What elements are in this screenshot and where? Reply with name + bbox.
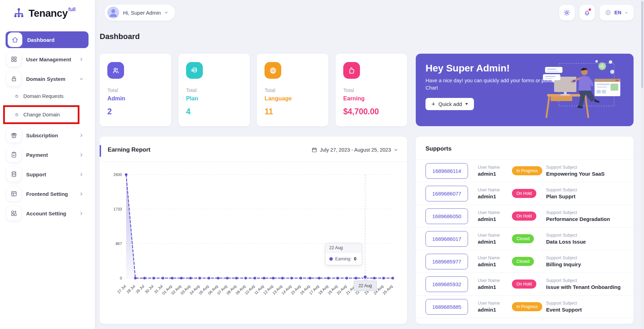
tooltip-date: 22 Aug (325, 243, 362, 253)
ticket-id-button[interactable]: 1689685932 (426, 276, 468, 292)
svg-text:01 Aug: 01 Aug (161, 284, 173, 296)
support-ticket-row: 1689686017 User Name admin1 Closed Suppo… (416, 228, 634, 250)
svg-text:03 Aug: 03 Aug (179, 284, 191, 296)
user-name-label: User Name (478, 188, 512, 192)
ticket-id-button[interactable]: 1689686114 (426, 163, 468, 179)
sidebar-item-dashboard[interactable]: Dashboard (6, 31, 89, 48)
user-name-label: User Name (478, 278, 512, 283)
subject-value: Plan Supprt (546, 193, 624, 199)
stat-total-label: Total (186, 87, 242, 93)
svg-text:15 Aug: 15 Aug (290, 284, 301, 296)
sidebar-item-payment[interactable]: Payment (6, 146, 89, 163)
stat-label: Language (264, 95, 321, 102)
language-selector[interactable]: EN (600, 5, 634, 20)
quick-add-button[interactable]: + Quick add (426, 98, 474, 110)
status-badge: Closed (512, 234, 534, 243)
hovered-axis-label: 22 Aug (354, 281, 377, 291)
sidebar-item-change-domain[interactable]: Change Domain (3, 105, 79, 124)
svg-text:12 Aug: 12 Aug (262, 284, 274, 296)
stat-card-language: TotalLanguage11 (257, 54, 328, 126)
topbar-actions: EN (559, 5, 634, 20)
svg-text:17 Aug: 17 Aug (308, 284, 320, 296)
caret-down-icon (465, 103, 468, 105)
support-ticket-row: 1689686077 User Name admin1 On Hold Supp… (416, 182, 634, 205)
thumbs-up-icon (343, 62, 360, 79)
scrollbar-thumb[interactable] (641, 1, 643, 88)
user-name-label: User Name (478, 210, 512, 215)
home-icon (8, 32, 22, 47)
plus-icon: + (431, 102, 435, 107)
notifications-button[interactable] (580, 5, 595, 20)
globe-stat-icon (264, 62, 281, 79)
user-menu[interactable]: Hi, Super Admin (105, 5, 175, 21)
stat-total-label: Total (264, 87, 321, 93)
ticket-id-button[interactable]: 1689685977 (426, 254, 468, 269)
svg-text:13 Aug: 13 Aug (271, 284, 283, 296)
dot-icon (15, 113, 19, 117)
date-range-picker[interactable]: July 27, 2023 - August 25, 2023 (312, 147, 398, 153)
sidebar-item-domain-requests[interactable]: Domain Requests (0, 89, 95, 104)
svg-text:09 Aug: 09 Aug (235, 284, 246, 296)
brand-name: Tenancy (29, 6, 68, 20)
ticket-id-button[interactable]: 1689686017 (426, 231, 468, 247)
sidebar-item-subscription[interactable]: Subscription (6, 127, 89, 144)
clipboard-icon (7, 147, 21, 162)
subject-label: Support Subject (546, 255, 624, 260)
chevron-right-icon (79, 57, 84, 62)
support-ticket-row: 1689686050 User Name admin1 On Hold Supp… (416, 205, 634, 228)
earning-chart[interactable]: 26001733867027 Jul28 Jul29 Jul30 Jul31 J… (100, 164, 407, 315)
user-name-label: User Name (478, 233, 512, 238)
ticket-id-button[interactable]: 1689686077 (426, 186, 468, 201)
tooltip-value: 0 (354, 256, 356, 261)
sidebar-item-domain-system[interactable]: Domain System (6, 70, 89, 87)
svg-text:06 Aug: 06 Aug (207, 284, 219, 296)
sidebar-item-user-management[interactable]: User Management (6, 51, 89, 68)
svg-text:05 Aug: 05 Aug (198, 284, 209, 296)
support-ticket-row: 1689685932 User Name admin1 On Hold Supp… (416, 273, 634, 296)
support-ticket-row: 1689685885 User Name admin1 In Progress … (416, 296, 634, 318)
sidebar-item-label: Change Domain (23, 112, 78, 117)
tooltip-series-label: Earning: (335, 257, 352, 261)
globe-icon (605, 9, 612, 16)
stat-total-label: Total (343, 87, 399, 93)
notification-dot (589, 8, 591, 11)
sidebar-item-label: Domain System (26, 76, 79, 82)
hero-illustration (542, 58, 629, 123)
dot-icon (15, 94, 19, 98)
chevron-down-icon (624, 10, 629, 15)
subject-label: Support Subject (546, 165, 624, 170)
supports-card: Supports 1689686114 User Name admin1 In … (416, 137, 634, 324)
subject-value: Data Loss Issue (546, 239, 624, 245)
svg-text:27 Jul: 27 Jul (116, 284, 127, 294)
svg-text:16 Aug: 16 Aug (299, 284, 310, 296)
brand[interactable]: Tenancy full (0, 0, 95, 29)
sidebar-item-account-setting[interactable]: Account Setting (6, 205, 89, 222)
svg-text:14 Aug: 14 Aug (281, 284, 292, 296)
svg-text:20 Aug: 20 Aug (336, 284, 347, 296)
user-name-label: User Name (478, 301, 512, 306)
user-name-value: admin1 (478, 171, 512, 177)
chevron-down-icon (164, 10, 169, 15)
stat-label: Plan (186, 95, 242, 102)
subject-value: Performance Degradation (546, 216, 624, 222)
user-name-value: admin1 (478, 239, 512, 245)
stat-label: Earning (343, 95, 399, 102)
stat-value: 4 (186, 107, 242, 116)
brand-badge: full (68, 6, 76, 13)
user-name-label: User Name (478, 255, 512, 260)
sidebar-item-support[interactable]: Support (6, 166, 89, 183)
chevron-down-icon (79, 77, 84, 81)
svg-text:10 Aug: 10 Aug (244, 284, 255, 296)
ticket-id-button[interactable]: 1689685885 (426, 299, 468, 315)
status-badge: In Progress (512, 166, 542, 175)
ticket-id-button[interactable]: 1689686050 (426, 208, 468, 224)
theme-toggle-button[interactable] (559, 5, 575, 20)
sidebar-item-frontend-setting[interactable]: Frontend Setting (6, 185, 89, 202)
sidebar-item-label: User Management (26, 56, 79, 62)
sun-icon (563, 9, 570, 16)
status-badge: On Hold (512, 212, 536, 221)
vertical-scrollbar[interactable] (641, 0, 644, 329)
supports-list: 1689686114 User Name admin1 In Progress … (416, 160, 634, 318)
svg-text:18 Aug: 18 Aug (317, 284, 329, 296)
lock-icon (7, 71, 21, 86)
